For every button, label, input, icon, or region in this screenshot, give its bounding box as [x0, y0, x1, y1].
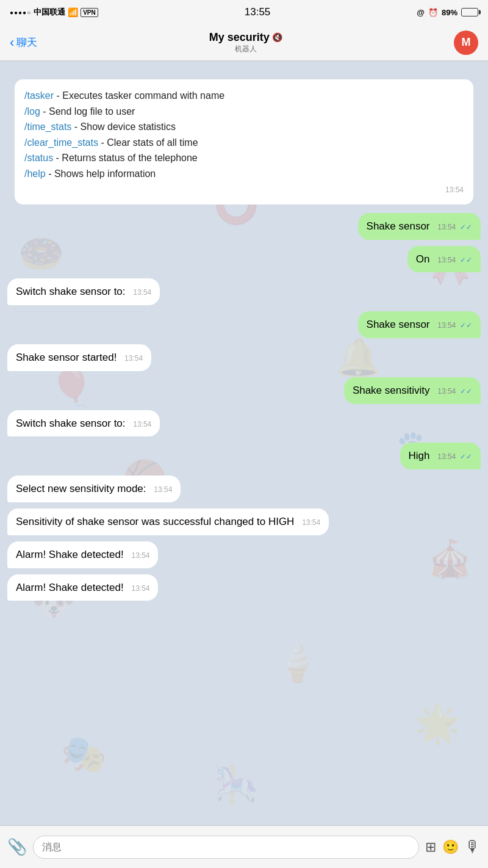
message-row: On 13:54 ✓✓	[7, 246, 481, 273]
msg-text: Switch shake sensor to:	[16, 286, 126, 297]
help-line-time-stats: /time_stats - Show device statistics	[24, 119, 464, 135]
msg-time: 13:54	[131, 551, 149, 560]
msg-text: On	[416, 253, 430, 265]
desc-help: - Shows help information	[48, 168, 156, 179]
bubble-left: Alarm! Shake detected! 13:54	[7, 541, 158, 568]
message-row: Shake sensor 13:54 ✓✓	[7, 213, 481, 240]
msg-time: 13:54	[437, 387, 456, 396]
avatar[interactable]: M	[454, 31, 478, 55]
bubble-right: Shake sensor 13:54 ✓✓	[358, 311, 481, 338]
message-row: Shake sensitivity 13:54 ✓✓	[7, 377, 481, 404]
msg-time: 13:54	[437, 452, 456, 461]
message-row: High 13:54 ✓✓	[7, 443, 481, 469]
battery-icon	[461, 8, 478, 16]
msg-time: 13:54	[124, 354, 143, 363]
bubble-right: High 13:54 ✓✓	[400, 443, 481, 469]
help-time: 13:54	[24, 184, 464, 196]
msg-time: 13:54	[437, 256, 456, 264]
signal-dots: ●●●●○	[10, 9, 31, 16]
msg-time: 13:54	[437, 321, 456, 330]
desc-tasker: - Executes tasker command with name	[56, 90, 224, 101]
bubble-right: Shake sensitivity 13:54 ✓✓	[344, 377, 481, 404]
message-list: /tasker - Executes tasker command with n…	[0, 68, 488, 613]
msg-text: Shake sensor	[367, 319, 430, 330]
msg-text: Shake sensitivity	[353, 385, 430, 396]
bubble-left: Switch shake sensor to: 13:54	[7, 410, 160, 437]
bottom-bar: 📎 ⊞ 🙂 🎙	[0, 825, 488, 868]
wifi-icon: 📶	[68, 7, 78, 17]
message-row: Shake sensor started! 13:54	[7, 344, 481, 371]
battery-percent: 89%	[442, 8, 458, 17]
emoji-button[interactable]: 🙂	[442, 839, 459, 855]
cmd-help: /help	[24, 168, 46, 179]
msg-time: 13:54	[131, 584, 149, 593]
msg-time: 13:54	[154, 485, 172, 494]
cmd-tasker: /tasker	[24, 90, 54, 101]
msg-time: 13:54	[437, 223, 456, 231]
location-icon: @	[417, 8, 425, 17]
message-row: Switch shake sensor to: 13:54	[7, 278, 481, 305]
check-marks: ✓✓	[460, 452, 472, 461]
help-line-tasker: /tasker - Executes tasker command with n…	[24, 88, 464, 104]
bubble-left: Alarm! Shake detected! 13:54	[7, 574, 158, 601]
msg-text: Shake sensor started!	[16, 352, 117, 363]
status-time: 13:55	[245, 6, 271, 18]
help-line-help: /help - Shows help information	[24, 166, 464, 182]
nav-center: My security 🔇 机器人	[209, 31, 282, 54]
message-row: Alarm! Shake detected! 13:54	[7, 574, 481, 601]
message-row: Select new sensitivity mode: 13:54	[7, 476, 481, 502]
check-marks: ✓✓	[460, 387, 472, 396]
back-button[interactable]: ‹ 聊天	[10, 35, 37, 49]
check-marks: ✓✓	[460, 321, 472, 330]
check-marks: ✓✓	[460, 223, 472, 231]
status-right: @ ⏰ 89%	[417, 8, 478, 17]
attach-button[interactable]: 📎	[7, 837, 27, 856]
cmd-time-stats: /time_stats	[24, 121, 71, 132]
mute-icon: 🔇	[272, 32, 282, 42]
cmd-clear-time-stats: /clear_time_stats	[24, 137, 98, 148]
msg-text: Alarm! Shake detected!	[16, 582, 124, 593]
bubble-left: Switch shake sensor to: 13:54	[7, 278, 160, 305]
back-chevron-icon: ‹	[10, 36, 14, 49]
voice-button[interactable]: 🎙	[465, 837, 481, 856]
bubble-left: Shake sensor started! 13:54	[7, 344, 151, 371]
message-row: Shake sensor 13:54 ✓✓	[7, 311, 481, 338]
message-input[interactable]	[33, 836, 419, 859]
desc-clear-time-stats: - Clear stats of all time	[101, 137, 198, 148]
cmd-status: /status	[24, 153, 53, 163]
help-line-clear-time-stats: /clear_time_stats - Clear stats of all t…	[24, 135, 464, 151]
vpn-badge: VPN	[81, 8, 98, 17]
chat-area: 🐱 🐟 🍩 🎀 ⭕ 🔔 🎈 🐾 🏀 🎪 🐶 🍦 🌟 🎭 🎠 /tasker - …	[0, 61, 488, 825]
help-line-status: /status - Returns status of the telephon…	[24, 150, 464, 166]
check-marks: ✓✓	[460, 256, 472, 264]
help-line-log: /log - Send log file to user	[24, 104, 464, 120]
keyboard-button[interactable]: ⊞	[425, 839, 436, 855]
bubble-right: On 13:54 ✓✓	[407, 246, 481, 273]
message-row: Alarm! Shake detected! 13:54	[7, 541, 481, 568]
desc-status: - Returns status of the telephone	[56, 153, 198, 163]
msg-time: 13:54	[133, 420, 151, 429]
help-message-block: /tasker - Executes tasker command with n…	[15, 79, 473, 204]
msg-text: Shake sensor	[367, 220, 430, 232]
desc-time-stats: - Show device statistics	[74, 121, 176, 132]
status-left: ●●●●○ 中国联通 📶 VPN	[10, 7, 98, 18]
msg-time: 13:54	[133, 288, 151, 297]
alarm-icon: ⏰	[428, 8, 438, 17]
bubble-left: Select new sensitivity mode: 13:54	[7, 476, 181, 502]
msg-time: 13:54	[302, 518, 320, 527]
message-row: Switch shake sensor to: 13:54	[7, 410, 481, 437]
chat-subtitle: 机器人	[209, 44, 282, 54]
bubble-right: Shake sensor 13:54 ✓✓	[358, 213, 481, 240]
message-row: Sensitivity of shake sensor was successf…	[7, 508, 481, 535]
status-bar: ●●●●○ 中国联通 📶 VPN 13:55 @ ⏰ 89%	[0, 0, 488, 24]
bubble-left: Sensitivity of shake sensor was successf…	[7, 508, 329, 535]
msg-text: Select new sensitivity mode:	[16, 483, 146, 494]
desc-log: - Send log file to user	[43, 106, 135, 117]
back-label: 聊天	[16, 35, 37, 49]
nav-bar: ‹ 聊天 My security 🔇 机器人 M	[0, 24, 488, 61]
msg-text: Sensitivity of shake sensor was successf…	[16, 516, 294, 527]
msg-text: Alarm! Shake detected!	[16, 549, 124, 560]
msg-text: High	[409, 450, 430, 461]
msg-text: Switch shake sensor to:	[16, 418, 126, 429]
cmd-log: /log	[24, 106, 40, 117]
